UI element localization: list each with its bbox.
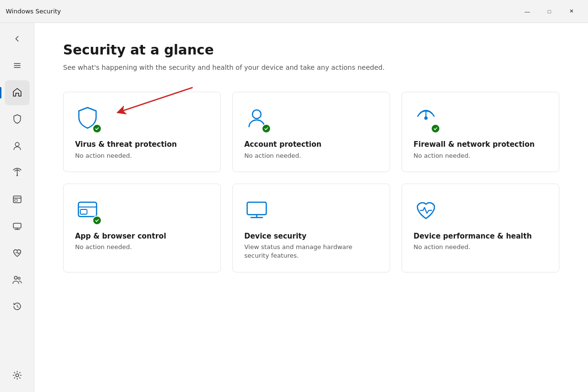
account-icon-wrap xyxy=(244,106,269,132)
device-security-icon-wrap xyxy=(244,197,269,224)
settings-icon xyxy=(12,370,22,382)
wifi-icon xyxy=(12,167,22,179)
firewall-card-status: No action needed. xyxy=(414,152,547,160)
home-icon xyxy=(12,87,22,99)
svg-point-14 xyxy=(252,110,261,119)
family-icon xyxy=(12,274,22,286)
device-security-card-title: Device security xyxy=(244,232,378,241)
svg-rect-19 xyxy=(247,202,266,215)
sidebar xyxy=(0,23,34,392)
virus-card-status: No action needed. xyxy=(75,152,209,160)
device-health-card-title: Device performance & health xyxy=(414,232,547,241)
app-card-status: No action needed. xyxy=(75,243,209,251)
back-icon xyxy=(13,34,22,44)
card-app-browser[interactable]: App & browser control No action needed. xyxy=(63,184,221,272)
device-health-icon-wrap xyxy=(414,197,438,224)
sidebar-item-firewall[interactable] xyxy=(5,161,30,185)
account-card-status: No action needed. xyxy=(244,152,378,160)
card-device-security[interactable]: Device security View status and manage h… xyxy=(232,184,390,272)
device-health-icon xyxy=(414,197,438,222)
card-virus-threat[interactable]: Virus & threat protection No action need… xyxy=(63,92,221,172)
window-controls: — □ ✕ xyxy=(516,4,582,19)
app-icon-wrap xyxy=(75,197,100,224)
card-account-protection[interactable]: Account protection No action needed. xyxy=(232,92,390,172)
firewall-icon-wrap xyxy=(414,106,438,132)
svg-point-3 xyxy=(15,142,19,146)
card-device-health[interactable]: Device performance & health No action ne… xyxy=(402,184,559,272)
titlebar: Windows Security — □ ✕ xyxy=(0,0,588,23)
virus-card-title: Virus & threat protection xyxy=(75,140,209,150)
device-security-card-status: View status and manage hardware security… xyxy=(244,243,378,260)
history-icon xyxy=(12,301,22,313)
sidebar-item-app[interactable] xyxy=(5,187,30,212)
svg-rect-7 xyxy=(14,199,17,201)
svg-rect-18 xyxy=(80,209,87,214)
main-content: Security at a glance See what's happenin… xyxy=(34,23,588,392)
maximize-button[interactable]: □ xyxy=(538,4,560,19)
sidebar-item-account[interactable] xyxy=(5,134,30,159)
firewall-card-title: Firewall & network protection xyxy=(414,140,547,150)
cards-grid: Virus & threat protection No action need… xyxy=(63,92,559,272)
sidebar-item-health[interactable] xyxy=(5,241,30,266)
sidebar-item-home[interactable] xyxy=(5,80,30,105)
arrow-annotation xyxy=(92,83,202,121)
account-badge xyxy=(261,124,271,133)
app-badge xyxy=(92,216,102,225)
virus-icon-wrap xyxy=(75,106,100,132)
svg-line-13 xyxy=(121,87,193,111)
health-icon xyxy=(12,248,22,260)
menu-button[interactable] xyxy=(5,54,30,78)
page-subtitle: See what's happening with the security a… xyxy=(63,63,559,73)
close-button[interactable]: ✕ xyxy=(560,4,582,19)
hamburger-icon xyxy=(13,61,22,71)
sidebar-item-settings[interactable] xyxy=(5,363,30,388)
firewall-badge xyxy=(431,124,440,133)
page-title: Security at a glance xyxy=(63,42,559,58)
back-button[interactable] xyxy=(5,27,30,52)
shield-icon xyxy=(12,114,22,126)
device-icon xyxy=(12,221,22,233)
virus-badge xyxy=(92,124,102,133)
device-health-card-status: No action needed. xyxy=(414,243,547,251)
app-container: Security at a glance See what's happenin… xyxy=(0,23,588,392)
svg-point-10 xyxy=(14,276,17,279)
svg-rect-0 xyxy=(14,63,21,64)
svg-rect-2 xyxy=(14,67,21,68)
sidebar-item-family[interactable] xyxy=(5,268,30,293)
sidebar-item-device[interactable] xyxy=(5,214,30,239)
device-security-icon xyxy=(244,197,269,222)
browser-icon xyxy=(12,194,22,206)
sidebar-item-virus[interactable] xyxy=(5,107,30,132)
svg-point-12 xyxy=(16,374,19,377)
app-title: Windows Security xyxy=(6,8,61,15)
card-firewall[interactable]: Firewall & network protection No action … xyxy=(402,92,559,172)
person-icon xyxy=(12,141,22,152)
minimize-button[interactable]: — xyxy=(516,4,538,19)
account-card-title: Account protection xyxy=(244,140,378,150)
svg-point-11 xyxy=(18,277,20,279)
svg-rect-1 xyxy=(14,65,21,66)
svg-rect-8 xyxy=(13,223,21,228)
sidebar-item-history[interactable] xyxy=(5,294,30,319)
app-card-title: App & browser control xyxy=(75,232,209,241)
